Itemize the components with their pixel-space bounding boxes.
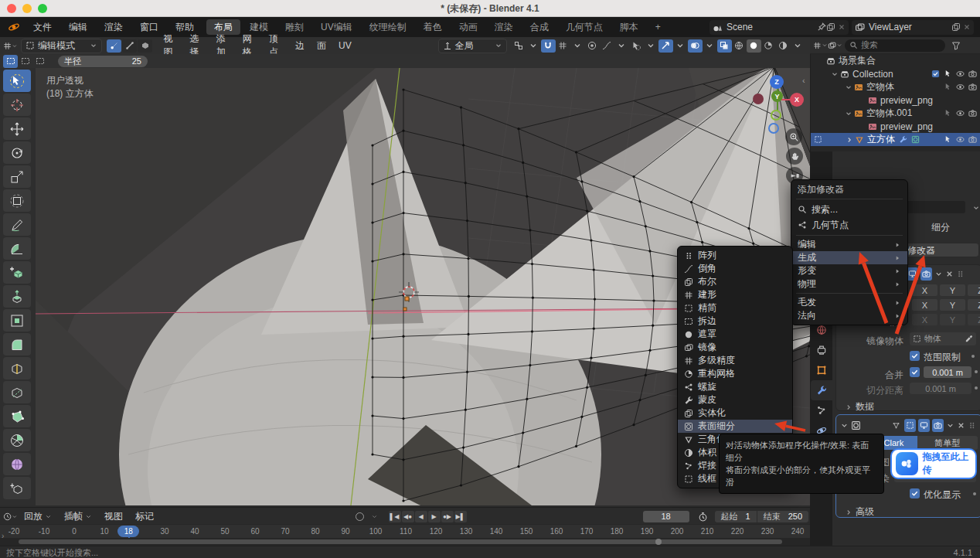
xray-toggle-icon[interactable]	[717, 39, 732, 53]
next-keyframe-button[interactable]: ●▶	[441, 511, 454, 522]
optimal-display-checkbox[interactable]	[910, 488, 920, 498]
select-mode-face[interactable]	[138, 39, 152, 53]
submenu-item-蒙皮[interactable]: 蒙皮	[678, 393, 792, 407]
tool-spin[interactable]	[3, 429, 31, 451]
proportional-edit-icon[interactable]	[585, 39, 600, 53]
tool-select-box[interactable]	[3, 70, 31, 92]
drag-handle-icon[interactable]	[956, 270, 965, 278]
end-frame-field[interactable]: 结束 250	[757, 511, 808, 522]
workspace-tab-纹理绘制[interactable]: 纹理绘制	[362, 19, 414, 35]
timeline-editor-icon[interactable]	[3, 510, 18, 523]
gizmo-axis-y[interactable]: Y	[771, 90, 783, 102]
tool-poly-build[interactable]	[3, 405, 31, 427]
shading-solid-icon[interactable]	[747, 39, 761, 53]
chevron-down-icon[interactable]	[570, 39, 585, 53]
outliner-search-input[interactable]: 搜索	[845, 39, 945, 52]
realtime-display-icon[interactable]	[907, 267, 918, 281]
camera-toggle-icon[interactable]	[968, 109, 977, 117]
prev-keyframe-button[interactable]: ◀●	[402, 511, 414, 522]
upload-dropzone-button[interactable]: 拖拽至此上传	[890, 448, 977, 479]
submenu-item-建形[interactable]: 建形	[678, 288, 792, 301]
submenu-item-精简[interactable]: 精简	[678, 301, 792, 315]
navigation-gizmo[interactable]: ZYX	[750, 73, 808, 138]
chevron-down-icon[interactable]	[614, 39, 629, 53]
mirror-axis-X[interactable]: X	[912, 284, 937, 296]
viewlayer-selector[interactable]: ViewLayer	[852, 20, 974, 35]
camera-toggle-icon[interactable]	[968, 135, 977, 144]
select-mode-vertex[interactable]	[107, 39, 121, 53]
gizmo-axis-y-neg[interactable]	[771, 110, 781, 121]
gizmo-axis-z-neg[interactable]	[768, 123, 779, 134]
timeline-menu-标记[interactable]: 标记	[129, 510, 160, 523]
menu-item-形变[interactable]: 形变	[791, 264, 907, 277]
play-reverse-button[interactable]: ◀	[415, 511, 427, 522]
eye-toggle-icon[interactable]	[956, 109, 965, 117]
clip-checkbox[interactable]	[910, 351, 920, 361]
cursor-dim-toggle-icon[interactable]	[944, 83, 952, 91]
eye-toggle-icon[interactable]	[956, 70, 965, 78]
workspace-tab-着色[interactable]: 着色	[416, 19, 450, 35]
checkbox-toggle-icon[interactable]	[931, 70, 940, 78]
auto-key-record-icon[interactable]	[352, 510, 367, 523]
playhead-current-frame[interactable]: 18	[117, 526, 139, 537]
mirror-data-section[interactable]: 数据	[845, 400, 874, 413]
submenu-item-遮罩[interactable]: 遮罩	[678, 328, 792, 341]
cursor-toggle-icon[interactable]	[944, 135, 952, 144]
shading-material-icon[interactable]	[761, 39, 776, 53]
pin-icon[interactable]	[817, 22, 826, 32]
menu-item-geometry-nodes[interactable]: 几何节点	[791, 217, 907, 233]
viewport-menu-边[interactable]: 边	[289, 39, 311, 53]
properties-tab-object[interactable]	[811, 360, 832, 380]
shading-rendered-icon[interactable]	[776, 39, 791, 53]
selectability-dropdown[interactable]	[629, 39, 644, 53]
subsurf-advanced-section[interactable]: 高级	[845, 505, 874, 519]
eye-toggle-icon[interactable]	[956, 83, 965, 91]
workspace-tab-渲染[interactable]: 渲染	[487, 19, 521, 35]
animate-dot[interactable]	[975, 386, 978, 390]
submenu-item-重构网格[interactable]: 重构网格	[678, 367, 792, 380]
animate-dot[interactable]	[971, 355, 975, 358]
workspace-tab-几何节点[interactable]: 几何节点	[558, 19, 611, 35]
gizmo-toggle-icon[interactable]	[658, 39, 673, 53]
blender-logo-icon[interactable]	[8, 21, 20, 33]
tool-annotate[interactable]	[3, 213, 31, 236]
mirror-bisect-X[interactable]: X	[912, 299, 937, 311]
menu-item-search[interactable]: 搜索...	[791, 202, 907, 217]
outliner-display-mode-icon[interactable]	[813, 39, 828, 52]
tool-measure[interactable]	[3, 237, 31, 260]
tool-extrude[interactable]	[3, 285, 31, 308]
gizmo-axis-z[interactable]: Z	[770, 75, 784, 89]
render-display-icon[interactable]	[920, 267, 932, 281]
select-op-mode-1[interactable]	[18, 55, 32, 68]
submenu-item-螺旋[interactable]: 螺旋	[678, 380, 792, 393]
outliner-row-立方体[interactable]: 立方体	[811, 133, 980, 146]
tool-knife[interactable]	[3, 381, 31, 403]
mirror-bisect-Z[interactable]: Z	[968, 299, 980, 311]
tool-rotate[interactable]	[3, 141, 31, 164]
workspace-tab-合成[interactable]: 合成	[522, 19, 556, 35]
overlays-toggle-icon[interactable]	[688, 39, 703, 53]
submenu-item-布尔[interactable]: 布尔	[678, 275, 792, 288]
submenu-item-多级精度[interactable]: 多级精度	[678, 354, 792, 367]
tool-edge-slide[interactable]	[3, 477, 31, 499]
topbar-menu-文件[interactable]: 文件	[25, 17, 60, 37]
menu-item-毛发[interactable]: 毛发	[791, 296, 907, 309]
mirror-object-field[interactable]: 物体	[910, 332, 976, 345]
workspace-tab-脚本[interactable]: 脚本	[612, 19, 646, 35]
unlink-icon[interactable]	[963, 23, 971, 31]
pivot-point-icon[interactable]	[512, 39, 526, 53]
chevron-down-icon[interactable]	[934, 270, 943, 278]
jump-to-end-button[interactable]: ▶▌	[454, 511, 467, 522]
shading-wireframe-icon[interactable]	[732, 39, 747, 53]
collapse-icon[interactable]	[845, 110, 852, 117]
current-frame-field[interactable]: 18	[643, 511, 689, 522]
mirror-axis-Z[interactable]: Z	[968, 284, 980, 296]
chevron-down-icon[interactable]	[968, 201, 980, 214]
camera-toggle-icon[interactable]	[968, 83, 977, 91]
workspace-tab-动画[interactable]: 动画	[451, 19, 485, 35]
tool-inset-faces[interactable]	[3, 309, 31, 332]
outliner-row-空物体[interactable]: 空物体	[811, 80, 980, 94]
submenu-item-倒角[interactable]: 倒角	[678, 262, 792, 275]
tool-move[interactable]	[3, 117, 31, 140]
outliner-row-Collection[interactable]: Collection	[811, 67, 980, 80]
